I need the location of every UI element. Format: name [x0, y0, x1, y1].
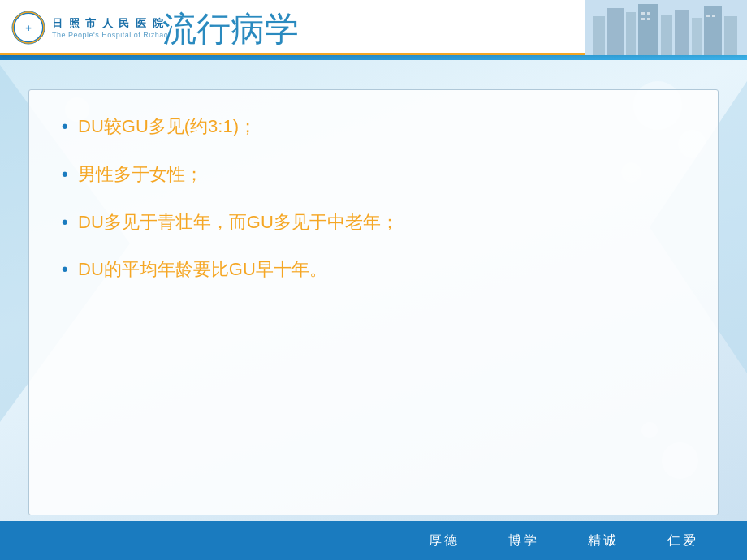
svg-rect-16	[641, 18, 645, 20]
svg-rect-8	[638, 4, 658, 55]
bullet-item-3: DU多见于青壮年，而GU多见于中老年；	[62, 210, 693, 235]
bullet-item-1: DU较GU多见(约3:1)；	[62, 114, 693, 140]
footer: 厚德博学精诚仁爱	[0, 521, 747, 560]
bullet-item-4: DU的平均年龄要比GU早十年。	[62, 257, 693, 282]
logo-text: 日 照 市 人 民 医 院 The People's Hospital of R…	[52, 16, 168, 39]
footer-item-4: 仁爱	[667, 532, 698, 549]
footer-item-3: 精诚	[588, 532, 619, 549]
header-bar: + 日 照 市 人 民 医 院 The People's Hospital of…	[0, 0, 747, 55]
footer-item-1: 厚德	[429, 532, 460, 549]
hospital-logo: + 日 照 市 人 民 医 院 The People's Hospital of…	[0, 11, 168, 45]
svg-rect-13	[724, 16, 737, 55]
page-title: 流行病学	[162, 10, 299, 48]
svg-rect-10	[675, 10, 689, 55]
blue-stripe	[0, 55, 747, 60]
svg-rect-11	[692, 18, 702, 55]
svg-text:+: +	[25, 22, 32, 34]
logo-icon: +	[11, 11, 45, 45]
svg-rect-19	[712, 15, 715, 17]
svg-rect-18	[706, 15, 710, 17]
svg-rect-5	[593, 16, 605, 55]
page-title-area: 流行病学	[162, 6, 299, 52]
svg-rect-17	[647, 18, 650, 20]
footer-item-2: 博学	[508, 532, 539, 549]
svg-rect-15	[647, 12, 650, 15]
bullet-list: DU较GU多见(约3:1)； 男性多于女性；DU多见于青壮年，而GU多见于中老年…	[62, 114, 693, 282]
logo-en: The People's Hospital of Rizhao	[52, 31, 168, 39]
svg-rect-7	[626, 12, 636, 55]
content-box: DU较GU多见(约3:1)； 男性多于女性；DU多见于青壮年，而GU多见于中老年…	[28, 89, 719, 515]
building-decoration	[585, 0, 747, 55]
svg-rect-6	[607, 8, 624, 55]
building-svg	[585, 0, 747, 55]
logo-cn: 日 照 市 人 民 医 院	[52, 16, 168, 31]
svg-rect-12	[704, 6, 722, 55]
bullet-item-2: 男性多于女性；	[62, 162, 693, 187]
main-content: DU较GU多见(约3:1)； 男性多于女性；DU多见于青壮年，而GU多见于中老年…	[28, 89, 719, 515]
svg-rect-14	[641, 12, 645, 15]
svg-rect-9	[661, 15, 672, 55]
